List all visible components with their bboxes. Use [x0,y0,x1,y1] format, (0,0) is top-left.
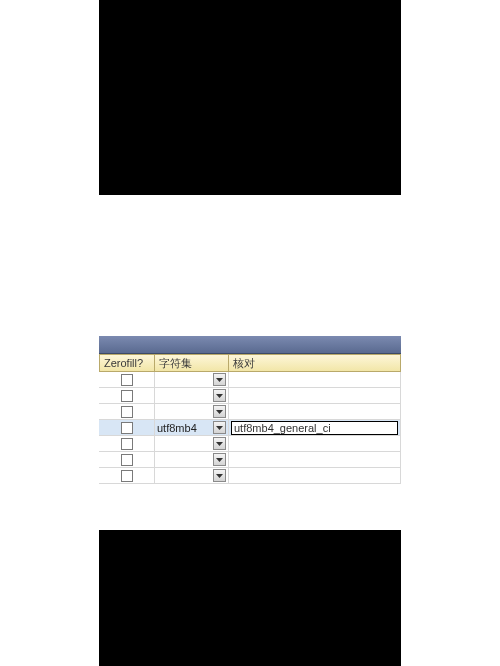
zerofill-checkbox[interactable] [121,374,133,386]
cell-charset[interactable]: utf8mb4 [155,420,229,435]
zerofill-checkbox[interactable] [121,438,133,450]
table-row[interactable] [99,468,401,484]
grid-body: utf8mb4utf8mb4_general_ci [99,372,401,484]
svg-marker-6 [216,474,223,478]
charset-combo[interactable] [157,372,226,387]
cell-charset[interactable] [155,468,229,483]
cell-collation[interactable]: utf8mb4_general_ci [229,420,401,435]
chevron-down-icon[interactable] [213,421,226,434]
chevron-down-icon[interactable] [213,469,226,482]
header-zerofill[interactable]: Zerofill? [99,354,155,372]
chevron-down-icon[interactable] [213,405,226,418]
table-row[interactable] [99,436,401,452]
cell-collation[interactable] [229,436,401,451]
cell-collation[interactable] [229,452,401,467]
panel-titlebar[interactable] [99,336,401,354]
table-row[interactable] [99,452,401,468]
charset-combo[interactable] [157,436,226,451]
cell-collation[interactable] [229,468,401,483]
chevron-down-icon[interactable] [213,437,226,450]
zerofill-checkbox[interactable] [121,454,133,466]
chevron-down-icon[interactable] [213,453,226,466]
table-row[interactable] [99,372,401,388]
letterbox-bottom [99,530,401,666]
cell-charset[interactable] [155,404,229,419]
svg-marker-0 [216,378,223,382]
grid-header-row: Zerofill? 字符集 核对 [99,354,401,372]
cell-collation[interactable] [229,388,401,403]
zerofill-checkbox[interactable] [121,390,133,402]
cell-collation[interactable] [229,372,401,387]
cell-zerofill[interactable] [99,452,155,467]
cell-zerofill[interactable] [99,420,155,435]
charset-combo[interactable] [157,404,226,419]
collation-editor[interactable]: utf8mb4_general_ci [231,421,398,435]
charset-combo[interactable] [157,388,226,403]
cell-zerofill[interactable] [99,404,155,419]
charset-combo[interactable] [157,468,226,483]
stage: Zerofill? 字符集 核对 utf8mb4utf8mb4_general_… [0,0,500,666]
cell-collation[interactable] [229,404,401,419]
db-grid-panel: Zerofill? 字符集 核对 utf8mb4utf8mb4_general_… [99,336,401,492]
chevron-down-icon[interactable] [213,389,226,402]
column-grid: Zerofill? 字符集 核对 utf8mb4utf8mb4_general_… [99,354,401,484]
header-collation[interactable]: 核对 [229,354,401,372]
zerofill-checkbox[interactable] [121,470,133,482]
charset-combo[interactable] [157,452,226,467]
cell-charset[interactable] [155,372,229,387]
cell-charset[interactable] [155,388,229,403]
letterbox-top [99,0,401,195]
svg-marker-1 [216,394,223,398]
cell-zerofill[interactable] [99,372,155,387]
table-row[interactable] [99,388,401,404]
chevron-down-icon[interactable] [213,373,226,386]
zerofill-checkbox[interactable] [121,406,133,418]
cell-zerofill[interactable] [99,388,155,403]
zerofill-checkbox[interactable] [121,422,133,434]
svg-marker-2 [216,410,223,414]
svg-marker-4 [216,442,223,446]
header-charset[interactable]: 字符集 [155,354,229,372]
charset-combo[interactable]: utf8mb4 [157,420,226,435]
svg-marker-3 [216,426,223,430]
cell-zerofill[interactable] [99,436,155,451]
cell-zerofill[interactable] [99,468,155,483]
cell-charset[interactable] [155,436,229,451]
svg-marker-5 [216,458,223,462]
table-row[interactable]: utf8mb4utf8mb4_general_ci [99,420,401,436]
cell-charset[interactable] [155,452,229,467]
table-row[interactable] [99,404,401,420]
charset-value: utf8mb4 [157,422,213,434]
